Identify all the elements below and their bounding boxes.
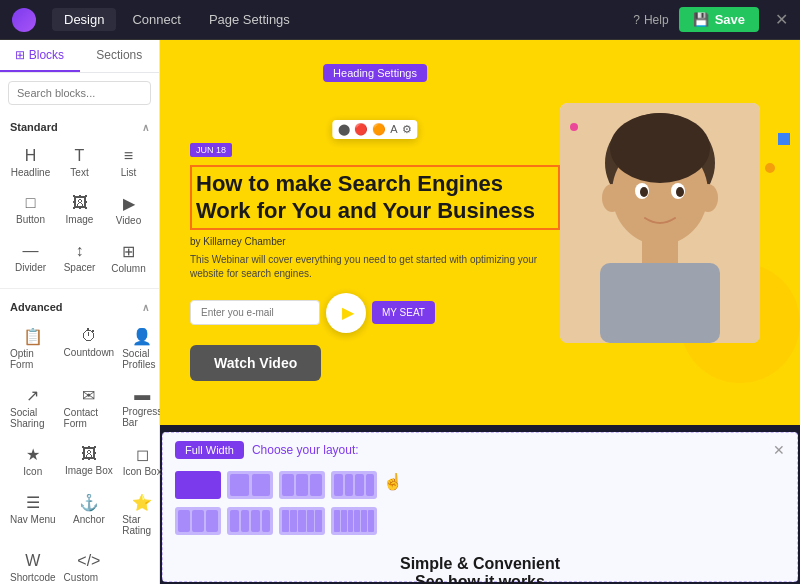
block-progress-bar[interactable]: ▬Progress Bar	[120, 380, 164, 435]
bottom-line1: Simple & Convenient	[163, 555, 797, 573]
tab-design[interactable]: Design	[52, 8, 116, 31]
block-headline[interactable]: HHeadline	[8, 141, 53, 184]
block-spacer[interactable]: ↕Spacer	[57, 236, 102, 280]
column-icon: ⊞	[122, 242, 135, 261]
layout-option-4col[interactable]	[331, 471, 377, 499]
layout-option-2col[interactable]	[227, 471, 273, 499]
colp6	[368, 510, 374, 532]
layout-option-5col[interactable]	[279, 507, 325, 535]
block-button[interactable]: □Button	[8, 188, 53, 232]
font-icon[interactable]: A	[390, 123, 397, 136]
save-button[interactable]: 💾 Save	[679, 7, 759, 32]
email-input[interactable]	[190, 300, 320, 325]
webinar-content: Heading Settings ⬤ 🔴 🟠 A ⚙ JUN 18 How to…	[190, 84, 560, 381]
svg-point-7	[698, 184, 718, 212]
block-star-rating[interactable]: ⭐Star Rating	[120, 487, 164, 542]
dot-pink	[570, 123, 578, 131]
block-image[interactable]: 🖼Image	[57, 188, 102, 232]
webinar-section: Heading Settings ⬤ 🔴 🟠 A ⚙ JUN 18 How to…	[160, 40, 800, 425]
block-shortcode[interactable]: WShortcode	[8, 546, 58, 584]
nav-menu-icon: ☰	[26, 493, 40, 512]
bottom-text: Simple & Convenient See how it works	[163, 543, 797, 584]
align-left-icon[interactable]: ⬤	[338, 123, 350, 136]
sidebar: ⊞ Blocks Sections Standard ∧ HHeadline T…	[0, 40, 160, 584]
block-anchor[interactable]: ⚓Anchor	[62, 487, 117, 542]
webinar-title[interactable]: How to make Search Engines Work for You …	[190, 165, 560, 230]
icon-icon: ★	[26, 445, 40, 464]
layout-option-3col-v2[interactable]	[175, 507, 221, 535]
search-box	[0, 73, 159, 113]
block-countdown[interactable]: ⏱Countdown	[62, 321, 117, 376]
video-icon: ▶	[123, 194, 135, 213]
choose-layout-label: Choose your layout:	[252, 443, 765, 457]
layout-option-6col[interactable]	[331, 507, 377, 535]
standard-arrow-icon: ∧	[142, 122, 149, 133]
svg-point-3	[610, 113, 710, 183]
block-text[interactable]: TText	[57, 141, 102, 184]
webinar-organizer: by Killarney Chamber	[190, 236, 560, 247]
sidebar-tab-blocks[interactable]: ⊞ Blocks	[0, 40, 80, 72]
text-color-icon[interactable]: 🔴	[354, 123, 368, 136]
layout-option-3col[interactable]	[279, 471, 325, 499]
block-social-sharing[interactable]: ↗Social Sharing	[8, 380, 58, 435]
colp3	[348, 510, 354, 532]
progress-bar-icon: ▬	[134, 386, 150, 404]
svg-point-10	[640, 187, 648, 197]
block-video[interactable]: ▶Video	[106, 188, 151, 232]
heading-toolbar: ⬤ 🔴 🟠 A ⚙	[332, 120, 417, 139]
col2	[296, 474, 308, 496]
button-icon: □	[26, 194, 36, 212]
tab-page-settings[interactable]: Page Settings	[197, 8, 302, 31]
watch-video-button[interactable]: Watch Video	[190, 345, 321, 381]
block-column[interactable]: ⊞Column	[106, 236, 151, 280]
block-icon[interactable]: ★Icon	[8, 439, 58, 483]
layout-section: Full Width Choose your layout: ✕	[162, 432, 798, 582]
svg-point-11	[676, 187, 684, 197]
close-button[interactable]: ✕	[775, 10, 788, 29]
sidebar-tab-group: ⊞ Blocks Sections	[0, 40, 159, 73]
close-layout-icon[interactable]: ✕	[773, 442, 785, 458]
layout-header: Full Width Choose your layout: ✕	[163, 433, 797, 467]
colp5	[361, 510, 367, 532]
layout-options-row2	[163, 507, 797, 543]
block-list[interactable]: ≡List	[106, 141, 151, 184]
bg-color-icon[interactable]: 🟠	[372, 123, 386, 136]
sidebar-tab-sections[interactable]: Sections	[80, 40, 160, 72]
advanced-blocks-grid: 📋Optin Form ⏱Countdown 👤Social Profiles …	[0, 317, 159, 584]
col1	[282, 474, 294, 496]
block-image-box[interactable]: 🖼Image Box	[62, 439, 117, 483]
block-divider[interactable]: —Divider	[8, 236, 53, 280]
webinar-image	[560, 103, 780, 363]
search-input[interactable]	[8, 81, 151, 105]
canvas-area: Heading Settings ⬤ 🔴 🟠 A ⚙ JUN 18 How to…	[160, 40, 800, 584]
tab-connect[interactable]: Connect	[120, 8, 192, 31]
play-icon: ▶	[342, 303, 354, 322]
block-custom-html[interactable]: </>Custom HTML	[62, 546, 117, 584]
help-button[interactable]: ? Help	[633, 13, 668, 27]
advanced-section-label: Advanced ∧	[0, 293, 159, 317]
layout-options-row1	[163, 467, 797, 507]
person-photo	[560, 103, 760, 343]
nav-tabs: Design Connect Page Settings	[52, 8, 302, 31]
cursor-icon: ☝	[383, 472, 403, 491]
colm3	[251, 510, 260, 532]
coln5	[315, 510, 322, 532]
play-button[interactable]: ▶	[326, 293, 366, 333]
colp4	[354, 510, 360, 532]
reserve-button[interactable]: MY SEAT	[372, 301, 435, 324]
block-social-profiles[interactable]: 👤Social Profiles	[120, 321, 164, 376]
block-icon-box[interactable]: ◻Icon Box	[120, 439, 164, 483]
layout-option-4col-v2[interactable]	[227, 507, 273, 535]
social-sharing-icon: ↗	[26, 386, 39, 405]
block-optin-form[interactable]: 📋Optin Form	[8, 321, 58, 376]
full-width-badge[interactable]: Full Width	[175, 441, 244, 459]
colx2	[192, 510, 204, 532]
divider-icon: —	[23, 242, 39, 260]
layout-option-1col[interactable]	[175, 471, 221, 499]
colp1	[334, 510, 340, 532]
col3b	[355, 474, 364, 496]
optin-icon: 📋	[23, 327, 43, 346]
block-nav-menu[interactable]: ☰Nav Menu	[8, 487, 58, 542]
settings-gear-icon[interactable]: ⚙	[402, 123, 412, 136]
block-contact-form[interactable]: ✉Contact Form	[62, 380, 117, 435]
